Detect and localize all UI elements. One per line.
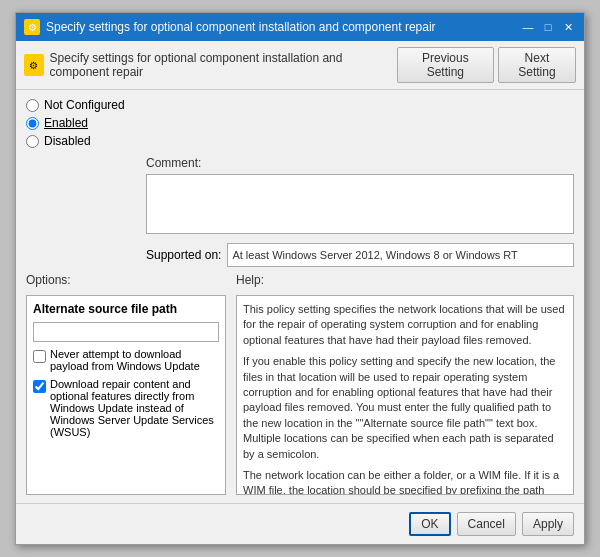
help-para-3: The network location can be either a fol…	[243, 468, 567, 495]
not-configured-option[interactable]: Not Configured	[26, 98, 574, 112]
previous-setting-button[interactable]: Previous Setting	[397, 47, 494, 83]
supported-row: Supported on: At least Windows Server 20…	[146, 243, 574, 267]
cancel-button[interactable]: Cancel	[457, 512, 516, 536]
title-bar-left: ⚙ Specify settings for optional componen…	[24, 19, 436, 35]
help-label: Help:	[236, 273, 264, 287]
next-setting-button[interactable]: Next Setting	[498, 47, 576, 83]
close-button[interactable]: ✕	[560, 19, 576, 35]
disabled-radio[interactable]	[26, 135, 39, 148]
options-panel-title: Alternate source file path	[33, 302, 219, 316]
toolbar-icon: ⚙	[24, 54, 44, 76]
dialog-buttons: OK Cancel Apply	[16, 503, 584, 544]
toolbar-buttons: Previous Setting Next Setting	[397, 47, 576, 83]
checkbox2-label: Download repair content and optional fea…	[50, 378, 219, 438]
help-text: This policy setting specifies the networ…	[243, 302, 567, 495]
supported-on-label: Supported on:	[146, 248, 221, 262]
help-para-1: This policy setting specifies the networ…	[243, 302, 567, 348]
title-controls: — □ ✕	[520, 19, 576, 35]
checkbox2[interactable]	[33, 380, 46, 393]
maximize-button[interactable]: □	[540, 19, 556, 35]
checkbox1-item[interactable]: Never attempt to download payload from W…	[33, 348, 219, 372]
radio-group: Not Configured Enabled Disabled	[26, 98, 574, 148]
apply-button[interactable]: Apply	[522, 512, 574, 536]
disabled-option[interactable]: Disabled	[26, 134, 574, 148]
enabled-label: Enabled	[44, 116, 88, 130]
alternate-source-path-input[interactable]	[33, 322, 219, 342]
not-configured-label: Not Configured	[44, 98, 125, 112]
minimize-button[interactable]: —	[520, 19, 536, 35]
disabled-label: Disabled	[44, 134, 91, 148]
toolbar-title: Specify settings for optional component …	[50, 51, 397, 79]
options-help-area: Alternate source file path Never attempt…	[26, 295, 574, 495]
enabled-radio[interactable]	[26, 117, 39, 130]
checkbox2-item[interactable]: Download repair content and optional fea…	[33, 378, 219, 438]
checkbox1[interactable]	[33, 350, 46, 363]
comment-textarea[interactable]	[146, 174, 574, 234]
supported-value: At least Windows Server 2012, Windows 8 …	[227, 243, 574, 267]
options-label: Options:	[26, 273, 71, 287]
toolbar: ⚙ Specify settings for optional componen…	[16, 41, 584, 90]
title-bar: ⚙ Specify settings for optional componen…	[16, 13, 584, 41]
enabled-option[interactable]: Enabled	[26, 116, 574, 130]
main-content: Not Configured Enabled Disabled Comment:…	[16, 90, 584, 503]
help-panel: This policy setting specifies the networ…	[236, 295, 574, 495]
not-configured-radio[interactable]	[26, 99, 39, 112]
toolbar-left: ⚙ Specify settings for optional componen…	[24, 51, 397, 79]
window-icon: ⚙	[24, 19, 40, 35]
help-para-2: If you enable this policy setting and sp…	[243, 354, 567, 462]
window-title: Specify settings for optional component …	[46, 20, 436, 34]
comment-label: Comment:	[146, 156, 574, 170]
main-window: ⚙ Specify settings for optional componen…	[15, 12, 585, 545]
ok-button[interactable]: OK	[409, 512, 450, 536]
options-panel: Alternate source file path Never attempt…	[26, 295, 226, 495]
checkbox1-label: Never attempt to download payload from W…	[50, 348, 219, 372]
